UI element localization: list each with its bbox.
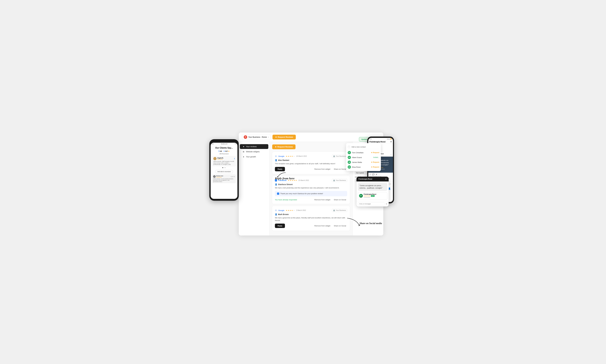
sidebar-label-your-reviews: Your reviews bbox=[246, 145, 257, 148]
phone-bottom-review-header: Reviews User ★★★★★ 2 giorn fa bbox=[213, 175, 235, 178]
sidebar-item-your-growth[interactable]: ●Your growth bbox=[240, 154, 268, 159]
contact-row: JMJames Matta★ Request bbox=[348, 160, 379, 165]
dm-message: "Centro accogliente con perso... estrema… bbox=[358, 183, 387, 191]
sidebar-item-website-widgets[interactable]: ⊞Website widgets bbox=[240, 149, 268, 154]
phone-review-stars: ★★★★★ bbox=[217, 159, 224, 160]
left-phone-mockup: aA ituosito.com ↻ Our Clients Say... f 4… bbox=[209, 139, 239, 201]
phone-reviewer-info: Angela B. ★★★★★ bbox=[217, 157, 224, 160]
phone-all-reviews-btn[interactable]: Vedi tutte le recensioni bbox=[215, 170, 233, 173]
sidebar-label-your-growth: Your growth bbox=[246, 156, 256, 158]
contact-request-btn[interactable]: ★ Request bbox=[371, 161, 379, 163]
share-social-btn-0[interactable]: Share on Social bbox=[333, 168, 347, 171]
user-icon-2: 👤 bbox=[275, 213, 277, 215]
ig-action-icons: ♡ 💬 ↗ bbox=[369, 173, 392, 176]
sidebar-label-website-widgets: Website widgets bbox=[246, 151, 260, 153]
add-contact-row[interactable]: + Add a new contact bbox=[348, 145, 379, 149]
review-stars-0: ★★★★★ bbox=[286, 155, 295, 157]
send-icon[interactable]: ✈ bbox=[386, 203, 387, 205]
review-meta-left-1: f Facebook ★★★★★ 15 March 2022 bbox=[275, 179, 309, 182]
dm-review-avatar: FR bbox=[359, 194, 363, 198]
ig-post-more[interactable]: ··· bbox=[390, 153, 392, 155]
ig-brand-name: Fisioterapia Rossi bbox=[369, 141, 386, 143]
content-header: ★ Request Reviews bbox=[272, 144, 350, 149]
share-social-btn-1[interactable]: Share on Social bbox=[333, 198, 347, 201]
dm-review-count: 32 Recension bbox=[364, 197, 376, 198]
reviewer-name-1: 👤 Gianluca Simoni bbox=[275, 183, 347, 185]
facebook-logo: f bbox=[275, 179, 277, 182]
your-business-label-1: Your Business bbox=[336, 180, 346, 181]
contact-avatar: ER bbox=[348, 165, 351, 169]
share-icon[interactable]: ↗ bbox=[376, 173, 377, 176]
heart-icon[interactable]: ♡ bbox=[369, 173, 371, 176]
phone-reload: ↻ bbox=[235, 143, 236, 144]
content-area: ★ Request Reviews G Google ★★★★★ 16 Marc… bbox=[269, 142, 352, 235]
reply-filter-value: Not replied bbox=[356, 172, 364, 174]
sidebar-item-your-reviews[interactable]: ★Your reviews bbox=[240, 144, 268, 149]
reviewer-name-0: 👤 Alex Rastani bbox=[275, 159, 347, 161]
phone-ratings: f 4.4 G 4.2 ★ bbox=[212, 150, 236, 152]
business-selector[interactable]: R Your Business - Rome ▾ bbox=[242, 134, 270, 140]
sidebar: ★Your reviews⊞Website widgets●Your growt… bbox=[239, 142, 269, 235]
review-actions-1: You have already responded Remove from w… bbox=[275, 198, 347, 201]
review-card: G Google ★★★★★ 2 March 2022 🏢 Your Busin… bbox=[272, 206, 350, 231]
review-date-2: 2 March 2022 bbox=[296, 209, 306, 211]
remove-widget-btn-1[interactable]: Remove from widget bbox=[313, 198, 331, 201]
contact-row: TCTom Chinellato★ Request bbox=[348, 150, 379, 155]
request-reviews-button-top[interactable]: ★ Request Reviews bbox=[272, 135, 296, 140]
sidebar-icon-website-widgets: ⊞ bbox=[242, 151, 245, 153]
bottom-review-text: Ottimo servizio, mi sono trovato benissi… bbox=[213, 178, 235, 182]
reply-button-2[interactable]: Reply bbox=[275, 224, 285, 228]
contact-info: JMJames Matta bbox=[348, 161, 362, 164]
review-meta-left-2: G Google ★★★★★ 2 March 2022 bbox=[275, 209, 306, 211]
review-stars-1: ★★★★★ bbox=[288, 179, 297, 181]
facebook-badge-small: f bbox=[234, 157, 235, 160]
dm-close-icon[interactable]: ✕ bbox=[385, 178, 387, 180]
reply-text-1: Thank you very much Gianluca for your po… bbox=[280, 193, 323, 195]
your-business-badge-0: 🏢 Your Business bbox=[332, 155, 347, 158]
review-actions-0: Reply Remove from widget Share on Social bbox=[275, 167, 347, 171]
review-actions-2: Reply Remove from widget Share on Social bbox=[275, 224, 347, 228]
request-reviews-button-main[interactable]: ★ Request Reviews bbox=[272, 144, 296, 149]
contact-dropdown: + Add a new contact TCTom Chinellato★ Re… bbox=[346, 143, 381, 171]
contact-avatar: TC bbox=[348, 151, 351, 154]
your-business-badge-2: 🏢 Your Business bbox=[332, 209, 347, 212]
contact-row: ASAlbert ScarsiInvited... bbox=[348, 155, 379, 160]
your-business-badge-1: 🏢 Your Business bbox=[332, 179, 347, 182]
dm-input-field[interactable] bbox=[358, 202, 385, 205]
close-ig-icon[interactable]: ✕ bbox=[390, 141, 392, 143]
contact-info: ASAlbert Scarsi bbox=[348, 156, 362, 159]
dm-screen: Fisioterapia Rossi ✕ "Centro accogliente… bbox=[357, 177, 389, 207]
contact-name: Albert Scarsi bbox=[352, 156, 362, 158]
remove-widget-btn-2[interactable]: Remove from widget bbox=[313, 224, 331, 227]
add-contact-label: Add a new contact bbox=[351, 146, 366, 148]
reviews-list: G Google ★★★★★ 16 March 2022 🏢 Your Busi… bbox=[272, 152, 350, 231]
comment-icon[interactable]: 💬 bbox=[372, 173, 375, 176]
remove-widget-btn-0[interactable]: Remove from widget bbox=[313, 168, 331, 171]
dm-biz-name: Fisioterapia Rossi bbox=[358, 178, 372, 180]
phone-status-text: aA bbox=[212, 143, 214, 144]
source-name-1: Facebook bbox=[278, 179, 286, 181]
star-icon-btn: ★ bbox=[275, 136, 277, 138]
contact-list: TCTom Chinellato★ RequestASAlbert Scarsi… bbox=[348, 150, 379, 169]
star-left: ★ bbox=[228, 150, 229, 152]
contact-request-btn[interactable]: ★ Request bbox=[371, 152, 379, 154]
dm-rating-badge: 5.0+ bbox=[371, 195, 375, 197]
reply-button-0[interactable]: Reply bbox=[275, 167, 285, 171]
sidebar-icon-your-growth: ● bbox=[242, 156, 245, 158]
contact-info: ERElisa Rossi bbox=[348, 165, 361, 169]
facebook-rating: f 4.4 bbox=[218, 150, 222, 152]
already-responded-badge: You have already responded bbox=[275, 199, 297, 201]
contact-request-btn[interactable]: ★ Request bbox=[371, 166, 379, 168]
top-bar: R Your Business - Rome ▾ ★ Request Revie… bbox=[239, 132, 383, 142]
share-social-btn-2[interactable]: Share on Social bbox=[333, 224, 347, 227]
review-meta-1: f Facebook ★★★★★ 15 March 2022 🏢 Your Bu… bbox=[275, 179, 347, 182]
add-icon: + bbox=[348, 145, 350, 148]
sidebar-icon-your-reviews: ★ bbox=[242, 145, 245, 148]
dm-review-info: Fisioterapia Rossi ★★★★★ 5.0+ 32 Recensi… bbox=[364, 193, 376, 198]
google-logo: G bbox=[275, 155, 277, 157]
contact-avatar: JM bbox=[348, 161, 351, 164]
reply-bubble-1: fThank you very much Gianluca for your p… bbox=[275, 191, 347, 196]
phone-widget-title: Our Clients Say... bbox=[212, 147, 236, 149]
contact-row: ERElisa Rossi★ Request bbox=[348, 165, 379, 169]
business-avatar: R bbox=[244, 135, 247, 139]
